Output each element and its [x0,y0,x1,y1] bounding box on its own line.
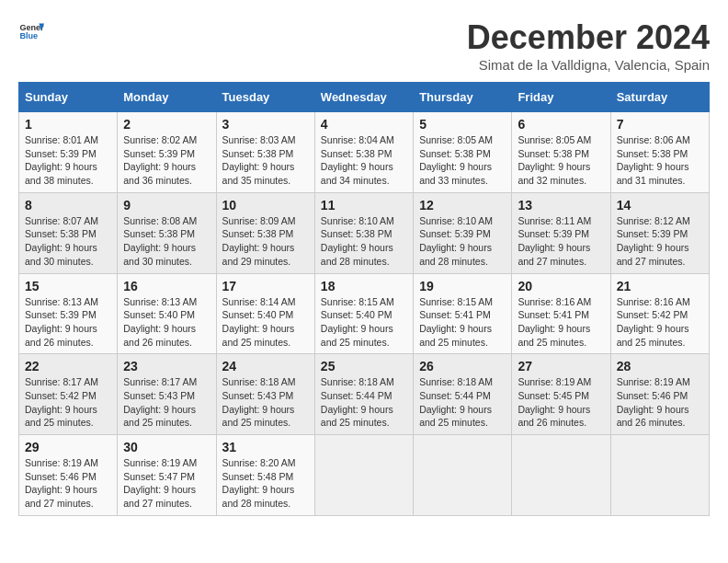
daylight-label: Daylight: 9 hours and 30 minutes. [25,242,97,267]
daylight-label: Daylight: 9 hours and 26 minutes. [518,404,590,429]
sunset-label: Sunset: 5:44 PM [321,390,392,401]
daylight-label: Daylight: 9 hours and 25 minutes. [222,404,295,429]
sunset-label: Sunset: 5:38 PM [321,228,392,239]
sunset-label: Sunset: 5:48 PM [222,471,294,482]
calendar-day-14: 14 Sunrise: 8:12 AM Sunset: 5:39 PM Dayl… [610,192,709,273]
sunrise-label: Sunrise: 8:04 AM [321,134,394,145]
day-number: 5 [419,117,506,132]
day-number: 25 [321,359,407,373]
weekday-header-sunday: Sunday [19,83,118,112]
calendar-day-19: 19 Sunrise: 8:15 AM Sunset: 5:41 PM Dayl… [414,273,512,354]
daylight-label: Daylight: 9 hours and 25 minutes. [419,323,492,348]
daylight-label: Daylight: 9 hours and 25 minutes. [25,404,97,429]
calendar-week-row-5: 29 Sunrise: 8:19 AM Sunset: 5:46 PM Dayl… [19,435,710,516]
sunrise-label: Sunrise: 8:10 AM [419,215,493,226]
calendar-day-8: 8 Sunrise: 8:07 AM Sunset: 5:38 PM Dayli… [19,192,118,273]
day-info: Sunrise: 8:17 AM Sunset: 5:43 PM Dayligh… [123,375,210,430]
day-number: 30 [123,440,210,454]
day-number: 18 [321,279,407,293]
calendar-week-row-4: 22 Sunrise: 8:17 AM Sunset: 5:42 PM Dayl… [19,354,710,435]
day-number: 3 [222,117,309,132]
sunset-label: Sunset: 5:41 PM [518,309,589,320]
calendar-day-2: 2 Sunrise: 8:02 AM Sunset: 5:39 PM Dayli… [118,112,216,193]
day-info: Sunrise: 8:03 AM Sunset: 5:38 PM Dayligh… [222,133,309,188]
day-number: 12 [419,198,506,213]
sunrise-label: Sunrise: 8:19 AM [123,457,197,468]
sunrise-label: Sunrise: 8:15 AM [419,296,493,307]
sunrise-label: Sunrise: 8:19 AM [25,457,98,468]
day-number: 23 [123,359,210,373]
day-info: Sunrise: 8:12 AM Sunset: 5:39 PM Dayligh… [617,214,703,269]
sunrise-label: Sunrise: 8:08 AM [123,215,197,226]
weekday-header-tuesday: Tuesday [216,83,314,112]
sunrise-label: Sunrise: 8:18 AM [222,376,296,387]
sunset-label: Sunset: 5:38 PM [518,148,589,159]
day-info: Sunrise: 8:18 AM Sunset: 5:44 PM Dayligh… [419,375,506,430]
sunrise-label: Sunrise: 8:19 AM [518,376,591,387]
sunrise-label: Sunrise: 8:20 AM [222,457,296,468]
sunset-label: Sunset: 5:39 PM [419,228,491,239]
day-number: 29 [25,440,111,454]
daylight-label: Daylight: 9 hours and 25 minutes. [321,404,393,429]
calendar-day-22: 22 Sunrise: 8:17 AM Sunset: 5:42 PM Dayl… [19,354,118,435]
sunset-label: Sunset: 5:42 PM [25,390,97,401]
weekday-header-saturday: Saturday [610,83,709,112]
day-number: 24 [222,359,309,373]
day-info: Sunrise: 8:10 AM Sunset: 5:38 PM Dayligh… [321,214,407,269]
day-number: 20 [518,279,604,293]
daylight-label: Daylight: 9 hours and 25 minutes. [222,323,295,348]
calendar-day-25: 25 Sunrise: 8:18 AM Sunset: 5:44 PM Dayl… [314,354,413,435]
sunrise-label: Sunrise: 8:12 AM [617,215,690,226]
sunrise-label: Sunrise: 8:03 AM [222,134,296,145]
sunset-label: Sunset: 5:38 PM [321,148,392,159]
sunset-label: Sunset: 5:40 PM [321,309,392,320]
sunset-label: Sunset: 5:43 PM [123,390,195,401]
day-info: Sunrise: 8:16 AM Sunset: 5:42 PM Dayligh… [617,295,703,350]
calendar-empty-cell [610,435,709,516]
day-info: Sunrise: 8:13 AM Sunset: 5:39 PM Dayligh… [25,295,111,350]
day-info: Sunrise: 8:14 AM Sunset: 5:40 PM Dayligh… [222,295,309,350]
sunrise-label: Sunrise: 8:07 AM [25,215,98,226]
calendar-day-29: 29 Sunrise: 8:19 AM Sunset: 5:46 PM Dayl… [19,435,118,516]
day-info: Sunrise: 8:18 AM Sunset: 5:43 PM Dayligh… [222,375,309,430]
day-info: Sunrise: 8:09 AM Sunset: 5:38 PM Dayligh… [222,214,309,269]
weekday-header-wednesday: Wednesday [314,83,413,112]
day-number: 28 [617,359,703,373]
day-number: 31 [222,440,309,454]
sunrise-label: Sunrise: 8:13 AM [123,296,197,307]
calendar-day-21: 21 Sunrise: 8:16 AM Sunset: 5:42 PM Dayl… [610,273,709,354]
calendar-day-1: 1 Sunrise: 8:01 AM Sunset: 5:39 PM Dayli… [19,112,118,193]
day-number: 2 [123,117,210,132]
daylight-label: Daylight: 9 hours and 27 minutes. [25,484,97,509]
day-number: 15 [25,279,111,293]
day-number: 1 [25,117,111,132]
daylight-label: Daylight: 9 hours and 33 minutes. [419,161,492,186]
daylight-label: Daylight: 9 hours and 28 minutes. [321,242,393,267]
day-info: Sunrise: 8:19 AM Sunset: 5:46 PM Dayligh… [617,375,703,430]
day-info: Sunrise: 8:19 AM Sunset: 5:46 PM Dayligh… [25,456,111,511]
daylight-label: Daylight: 9 hours and 34 minutes. [321,161,393,186]
calendar-day-16: 16 Sunrise: 8:13 AM Sunset: 5:40 PM Dayl… [118,273,216,354]
sunset-label: Sunset: 5:38 PM [617,148,688,159]
day-number: 17 [222,279,309,293]
calendar-week-row-2: 8 Sunrise: 8:07 AM Sunset: 5:38 PM Dayli… [19,192,710,273]
sunset-label: Sunset: 5:38 PM [123,228,195,239]
daylight-label: Daylight: 9 hours and 25 minutes. [123,404,196,429]
day-info: Sunrise: 8:17 AM Sunset: 5:42 PM Dayligh… [25,375,111,430]
daylight-label: Daylight: 9 hours and 28 minutes. [222,484,295,509]
day-info: Sunrise: 8:04 AM Sunset: 5:38 PM Dayligh… [321,133,407,188]
sunrise-label: Sunrise: 8:16 AM [518,296,591,307]
day-number: 26 [419,359,506,373]
daylight-label: Daylight: 9 hours and 25 minutes. [321,323,393,348]
sunrise-label: Sunrise: 8:02 AM [123,134,197,145]
day-number: 14 [617,198,703,213]
month-title: December 2024 [467,18,710,57]
daylight-label: Daylight: 9 hours and 27 minutes. [123,484,196,509]
calendar-day-30: 30 Sunrise: 8:19 AM Sunset: 5:47 PM Dayl… [118,435,216,516]
sunrise-label: Sunrise: 8:05 AM [419,134,493,145]
calendar-day-10: 10 Sunrise: 8:09 AM Sunset: 5:38 PM Dayl… [216,192,314,273]
calendar-empty-cell [512,435,610,516]
sunset-label: Sunset: 5:39 PM [123,148,195,159]
calendar-day-28: 28 Sunrise: 8:19 AM Sunset: 5:46 PM Dayl… [610,354,709,435]
daylight-label: Daylight: 9 hours and 26 minutes. [25,323,97,348]
